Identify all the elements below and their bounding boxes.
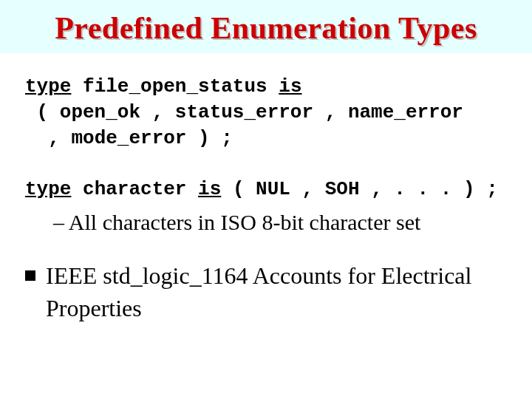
code-line: type file_open_status is: [25, 74, 507, 100]
square-bullet-icon: [25, 270, 35, 281]
code-line: , mode_error ) ;: [25, 126, 507, 151]
page-title: Predefined Enumeration Types: [55, 11, 477, 45]
main-bullet-text: IEEE std_logic_1164 Accounts for Electri…: [46, 260, 507, 324]
code-text: , mode_error ) ;: [48, 127, 233, 149]
code-block-2: type character is ( NUL , SOH , . . . ) …: [25, 177, 507, 202]
main-bullet: IEEE std_logic_1164 Accounts for Electri…: [25, 260, 507, 324]
code-text: ( NUL , SOH , . . . ) ;: [233, 178, 498, 200]
content-area: type file_open_status is ( open_ok , sta…: [0, 53, 532, 324]
keyword-is: is: [279, 75, 301, 98]
sub-bullet: – All characters in ISO 8-bit character …: [53, 210, 507, 235]
code-text: ( open_ok , status_error , name_error: [37, 101, 463, 123]
keyword-is: is: [198, 178, 221, 200]
title-bar: Predefined Enumeration Types: [0, 0, 532, 53]
keyword-type: type: [25, 75, 71, 98]
type-name-text: file_open_status: [83, 75, 267, 98]
code-line: ( open_ok , status_error , name_error: [25, 100, 507, 126]
code-block-1: type file_open_status is ( open_ok , sta…: [25, 74, 507, 151]
type-name-text: character: [83, 178, 186, 200]
keyword-type: type: [25, 178, 71, 200]
